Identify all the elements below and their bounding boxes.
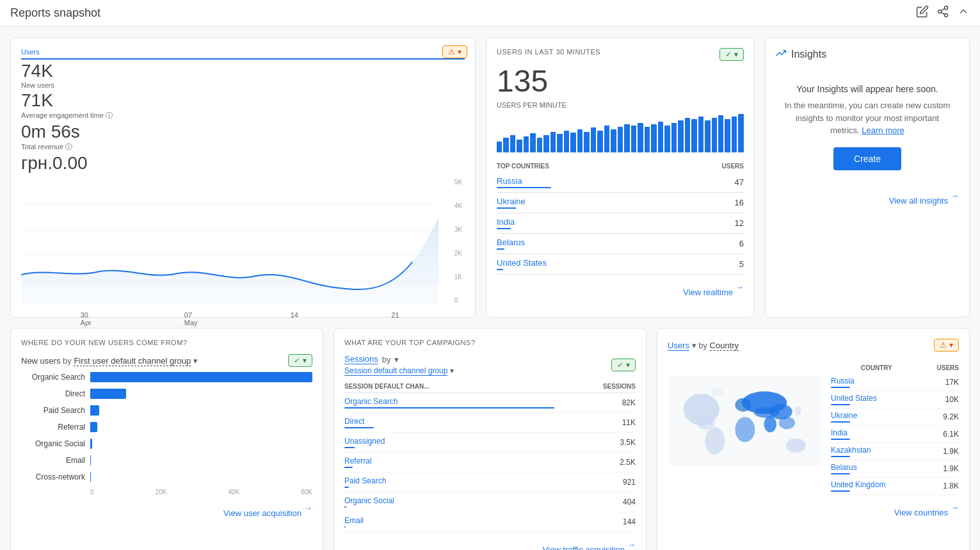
h-bar-row: Paid Search [21, 405, 312, 416]
y-label-5k: 5K [454, 179, 462, 186]
country-name[interactable]: Russia [497, 172, 673, 193]
country-name[interactable]: Ukraine [497, 193, 673, 213]
view-traffic-acquisition-link[interactable]: View traffic acquisition [543, 545, 625, 550]
svg-point-23 [795, 407, 801, 416]
map-dropdown[interactable]: ▾ [949, 341, 953, 350]
map-warning-badge: ⚠ ▾ [934, 339, 959, 352]
channel-name[interactable]: Unassigned [344, 433, 554, 453]
bar-label: Cross-network [21, 473, 85, 481]
channel-name[interactable]: Organic Social [344, 492, 554, 512]
mini-bar [685, 118, 690, 152]
page-title: Reports snapshot [10, 6, 100, 20]
channel-group-link-2[interactable]: Session default channel group [344, 366, 447, 376]
campaigns-dropdown[interactable]: ▾ [626, 360, 630, 369]
list-item: Organic Search 82K [344, 393, 636, 413]
map-country-name[interactable]: Ukraine [831, 408, 922, 426]
top-row: Users 74K New users 71K Average engageme… [10, 37, 970, 318]
edit-icon[interactable] [916, 5, 929, 21]
map-svg-area [668, 357, 821, 495]
table-row: United Kingdom 1.8K [831, 478, 959, 495]
view-countries-link[interactable]: View countries [894, 508, 948, 517]
line-chart-area: 30Apr 07May 14 21 5K 4K 3K 2K 1K 0 [21, 179, 465, 307]
country-name[interactable]: India [497, 213, 673, 234]
y-label-3k: 3K [454, 226, 462, 233]
map-country-name[interactable]: Russia [831, 374, 922, 391]
avg-engagement-metric: Average engagement time ⓘ 0m 56s [21, 111, 465, 142]
learn-more-link[interactable]: Learn more [862, 125, 904, 135]
country-name[interactable]: Belarus [497, 234, 673, 254]
map-country-name[interactable]: United States [831, 391, 922, 408]
check-icon-2: ✓ [294, 356, 300, 365]
y-label-4k: 4K [454, 202, 462, 209]
list-item: Unassigned 3.5K [344, 433, 636, 453]
campaigns-section-title: WHAT ARE YOUR TOP CAMPAIGNS? [344, 339, 636, 346]
channel-name[interactable]: Direct [344, 413, 554, 433]
table-row: India 12 [497, 213, 744, 234]
metrics-row: Users 74K New users 71K Average engageme… [21, 48, 465, 174]
channel-name[interactable]: Organic Search [344, 393, 554, 413]
realtime-dropdown[interactable]: ▾ [734, 50, 738, 59]
table-row: India 6.1K [831, 426, 959, 443]
bar-track [90, 389, 312, 399]
map-arrow: → [951, 503, 959, 517]
channel-dropdown-icon[interactable]: ▾ [193, 356, 198, 366]
view-realtime-link[interactable]: View realtime [683, 287, 733, 297]
dropdown-arrow[interactable]: ▾ [458, 47, 462, 56]
view-all-insights-link[interactable]: View all insights [889, 196, 948, 206]
create-button[interactable]: Create [833, 147, 901, 170]
revenue-info-icon[interactable]: ⓘ [65, 143, 72, 150]
axis-0: 0 [90, 489, 94, 496]
new-users-dropdown[interactable]: ▾ [303, 356, 307, 365]
insights-footer: View all insights → [776, 191, 959, 206]
sessions-link[interactable]: Sessions [344, 354, 378, 364]
map-country-name[interactable]: United Kingdom [831, 478, 922, 495]
users-label[interactable]: Users [21, 48, 465, 60]
x-label-apr: 30Apr [81, 311, 92, 327]
channel-group-link[interactable]: First user default channel group [74, 356, 191, 366]
new-users-label[interactable]: New users [21, 81, 465, 89]
realtime-card-footer: View realtime → [497, 282, 744, 297]
info-icon[interactable]: ⓘ [106, 111, 113, 119]
map-country-value: 17K [922, 374, 960, 391]
horizontal-bar-chart: Organic Search Direct Paid Search Referr… [21, 372, 312, 482]
users-col-header: USERS [673, 160, 744, 172]
campaigns-table: SESSION DEFAULT CHAN... SESSIONS Organic… [344, 380, 636, 532]
mini-bar-chart [497, 114, 744, 152]
axis-40k: 40K [228, 489, 239, 496]
top-countries-table: TOP COUNTRIES USERS Russia 47 Ukraine 16… [497, 160, 744, 275]
share-icon[interactable] [936, 5, 949, 21]
country-name[interactable]: United States [497, 254, 673, 275]
mini-bar [591, 127, 596, 152]
insights-header: Insights [776, 48, 959, 61]
users-link[interactable]: Users [668, 341, 689, 351]
more-icon[interactable] [957, 5, 970, 21]
svg-point-1 [938, 10, 942, 13]
insights-trend-icon [776, 48, 786, 61]
channel-name[interactable]: Referral [344, 453, 554, 473]
users-in-30-label: USERS IN LAST 30 MINUTES [497, 48, 600, 56]
mini-bar [510, 135, 515, 152]
map-country-name[interactable]: Kazakhstan [831, 443, 922, 460]
map-country-value: 10K [922, 391, 960, 408]
bar-label: Organic Social [21, 439, 85, 448]
mini-bar [712, 118, 717, 152]
metrics-card-toolbar: ⚠ ▾ [442, 45, 467, 58]
mini-bar [738, 114, 743, 152]
channel-name[interactable]: Email [344, 512, 554, 532]
session-value: 2.5K [554, 453, 636, 473]
country-link[interactable]: Country [710, 341, 739, 351]
map-country-name[interactable]: Belarus [831, 460, 922, 478]
view-user-acquisition-link[interactable]: View user acquisition [223, 508, 301, 518]
sessions-dropdown[interactable]: ▾ [394, 355, 399, 364]
svg-point-0 [945, 6, 948, 10]
users-dropdown[interactable]: ▾ [692, 341, 696, 350]
channel-name[interactable]: Paid Search [344, 473, 554, 492]
insights-headline: Your Insights will appear here soon. [781, 84, 954, 94]
y-label-0: 0 [454, 297, 462, 304]
map-country-name[interactable]: India [831, 426, 922, 443]
axis-60k: 60K [301, 489, 312, 496]
channel-dropdown-2[interactable]: ▾ [450, 366, 454, 375]
top-countries-col-header: TOP COUNTRIES [497, 160, 673, 172]
list-item: Email 144 [344, 512, 636, 532]
mini-bar [631, 125, 636, 152]
